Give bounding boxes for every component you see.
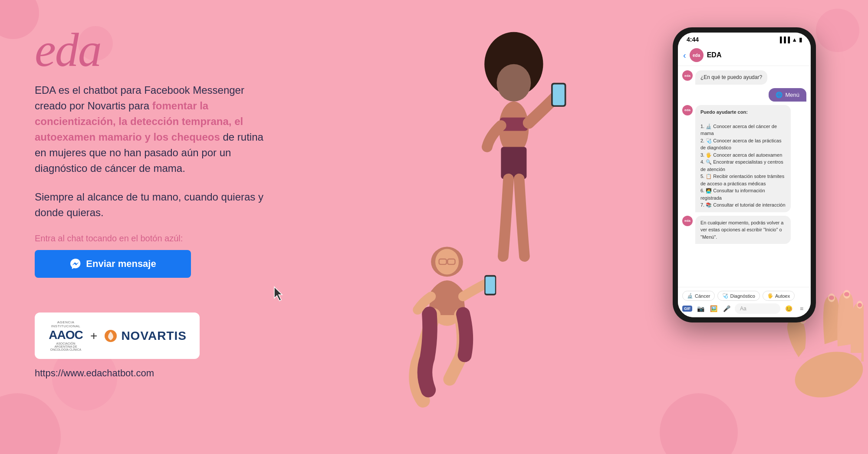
quick-replies: 🔬 Cáncer 🩺 Diagnóstico 🖐️ Autoex (682, 291, 806, 301)
novartis-logo: NOVARTIS (104, 329, 187, 343)
user-bubble-menu: 🌐 Menú (769, 88, 806, 102)
messenger-header: ‹ eda EDA (678, 45, 811, 66)
svg-point-2 (496, 64, 531, 102)
description-text: EDA es el chatbot para Facebook Messenge… (35, 82, 278, 176)
novartis-text: NOVARTIS (121, 329, 187, 343)
quick-reply-autoex[interactable]: 🖐️ Autoex (763, 291, 795, 301)
chat-bottom-bar: 🔬 Cáncer 🩺 Diagnóstico 🖐️ Autoex (678, 287, 811, 317)
svg-rect-7 (553, 84, 565, 105)
tagline-text: Siempre al alcance de tu mano, cuando qu… (35, 189, 278, 220)
left-content: eda EDA es el chatbot para Facebook Mess… (0, 0, 304, 454)
menu-label: Menú (785, 92, 799, 98)
phone-time: 4:44 (687, 36, 699, 43)
wifi-icon: ▲ (792, 36, 797, 43)
bot-bubble-list: Puedo ayudarte con: 1. 🔬 Conocer acerca … (695, 105, 791, 212)
input-row: GIF 📷 🖼️ 🎤 Aa 😊 ≡ (682, 303, 806, 314)
chat-list-item-1: 1. 🔬 Conocer acerca del cáncer de mama (700, 124, 777, 136)
diagnostico-emoji: 🩺 (722, 293, 728, 299)
cancer-label: Cáncer (695, 293, 710, 299)
send-button-label: Enviar mensaje (86, 258, 156, 270)
send-message-button[interactable]: Enviar mensaje (35, 250, 191, 278)
bot-avatar-small-3: eda (682, 216, 693, 226)
mic-icon[interactable]: 🎤 (722, 304, 731, 313)
back-button[interactable]: ‹ (683, 50, 686, 60)
menu-emoji: 🌐 (776, 92, 783, 98)
aaoc-name: AAOC (49, 328, 82, 342)
autoex-emoji: 🖐️ (767, 293, 773, 299)
autoex-label: Autoex (775, 293, 790, 299)
phone-mockup-area: 4:44 ▐▐▐ ▲ ▮ ‹ eda EDA (660, 0, 868, 454)
chat-list-item-3: 3. 🖐️ Conocer acerca del autoexamen (700, 152, 782, 158)
chat-intro-strong: Puedo ayudarte con: (700, 109, 748, 115)
chat-contact-name: EDA (707, 51, 806, 59)
cta-label: Entra al chat tocando en el botón azúl: (35, 234, 278, 243)
center-illustration (304, 0, 660, 454)
svg-point-24 (844, 292, 849, 296)
main-container: eda EDA es el chatbot para Facebook Mess… (0, 0, 868, 454)
aaoc-logo: AGENCIA INSTITUCIONAL AAOC ASOCIACIÓN AR… (48, 320, 84, 351)
bot-bubble-footer: En cualquier momento, podrás volver a ve… (695, 216, 791, 244)
novartis-icon (104, 329, 118, 343)
user-message-menu: 🌐 Menú (682, 88, 806, 102)
plus-sign: + (90, 329, 97, 343)
women-illustration (304, 0, 660, 454)
website-url: https://www.edachatbot.com (35, 368, 278, 379)
camera-icon[interactable]: 📷 (696, 304, 705, 313)
svg-point-23 (829, 296, 834, 300)
bot-message-list: eda Puedo ayudarte con: 1. 🔬 Conocer ace… (682, 105, 806, 212)
more-options-icon[interactable]: ≡ (797, 304, 806, 313)
gif-button[interactable]: GIF (682, 306, 692, 312)
phone-hand-container: 4:44 ▐▐▐ ▲ ▮ ‹ eda EDA (664, 19, 855, 435)
chat-intro-text: Puedo ayudarte con: 1. 🔬 Conocer acerca … (700, 109, 786, 209)
cursor-icon (273, 286, 286, 302)
bot-message-footer: eda En cualquier momento, podrás volver … (682, 216, 806, 244)
phone-status-icons: ▐▐▐ ▲ ▮ (778, 36, 802, 43)
chat-list-item-5: 5. 📋 Recibir orientación sobre trámites … (700, 174, 784, 186)
aaoc-subtitle: ASOCIACIÓN ARGENTINA DE ONCOLOGÍA CLÍNIC… (48, 342, 84, 351)
bot-avatar-small: eda (682, 70, 693, 81)
svg-rect-5 (501, 147, 526, 179)
diagnostico-label: Diagnóstico (730, 293, 755, 299)
chat-footer-text: En cualquier momento, podrás volver a ve… (700, 219, 786, 241)
battery-icon: ▮ (799, 36, 802, 43)
image-icon[interactable]: 🖼️ (709, 304, 718, 313)
bot-avatar-small-2: eda (682, 105, 693, 115)
chat-list-item-2: 2. 🩺 Conocer acerca de las prácticas de … (700, 138, 781, 151)
cancer-emoji: 🔬 (687, 293, 693, 299)
svg-rect-16 (486, 276, 495, 293)
phone-frame: 4:44 ▐▐▐ ▲ ▮ ‹ eda EDA (673, 27, 816, 322)
emoji-icon[interactable]: 😊 (784, 304, 793, 313)
quick-reply-cancer[interactable]: 🔬 Cáncer (682, 291, 715, 301)
messenger-icon (69, 258, 82, 270)
eda-logo: eda (35, 26, 278, 74)
chat-body: eda ¿En qué te puedo ayudar? 🌐 Menú (678, 66, 811, 287)
chat-list-item-4: 4. 🔍 Encontrar especialistas y centros d… (700, 159, 783, 172)
phone-screen: 4:44 ▐▐▐ ▲ ▮ ‹ eda EDA (678, 33, 811, 317)
bot-message-1: eda ¿En qué te puedo ayudar? (682, 70, 806, 85)
description-part1: EDA es el chatbot para Facebook Messenge… (35, 84, 244, 112)
quick-reply-diagnostico[interactable]: 🩺 Diagnóstico (717, 291, 760, 301)
partner-logos-container: AGENCIA INSTITUCIONAL AAOC ASOCIACIÓN AR… (35, 313, 200, 359)
svg-point-25 (858, 303, 862, 307)
bot-bubble-greeting: ¿En qué te puedo ayudar? (695, 70, 767, 85)
eda-avatar: eda (690, 48, 704, 62)
chat-list-item-6: 6. 🧑‍💻 Consultar tu información registra… (700, 188, 765, 201)
signal-icon: ▐▐▐ (778, 36, 790, 43)
aaoc-title: AGENCIA INSTITUCIONAL (48, 320, 84, 328)
message-input[interactable]: Aa (735, 303, 780, 314)
status-bar: 4:44 ▐▐▐ ▲ ▮ (678, 33, 811, 45)
chat-list-item-7: 7. 📚 Consultar el tutorial de interacció… (700, 202, 786, 207)
